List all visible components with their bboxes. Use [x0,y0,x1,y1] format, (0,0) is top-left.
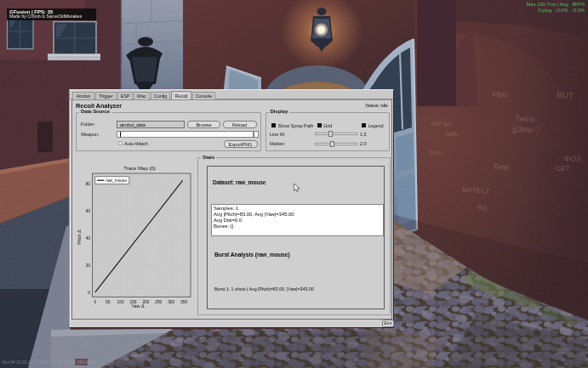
svg-text:Yaw Δ: Yaw Δ [131,303,145,309]
svg-text:40: 40 [86,236,91,241]
svg-text:0: 0 [94,300,96,304]
svg-text:300: 300 [168,300,174,304]
svg-text:0: 0 [88,291,90,295]
svg-text:60: 60 [86,209,91,213]
svg-text:350: 350 [180,300,187,304]
svg-text:Pitch Δ: Pitch Δ [77,229,82,245]
svg-text:20: 20 [86,263,91,268]
svg-text:80: 80 [86,182,91,186]
svg-text:250: 250 [155,300,162,304]
svg-text:raw_mouse: raw_mouse [106,178,127,183]
svg-text:Trace Map (0): Trace Map (0) [123,166,155,171]
svg-text:50: 50 [106,300,111,304]
svg-text:100: 100 [117,300,124,304]
